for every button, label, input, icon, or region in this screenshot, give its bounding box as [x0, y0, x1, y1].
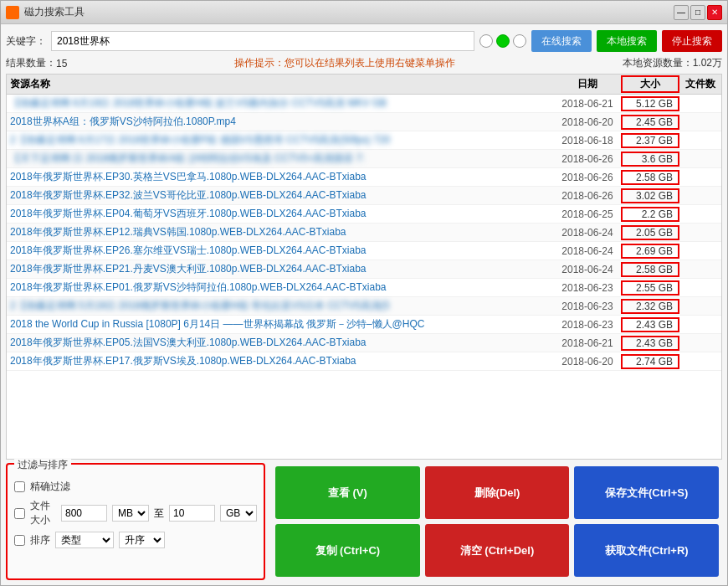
sort-label: 排序: [30, 533, 50, 547]
row-name: 2018年俄罗斯世界杯.EP04.葡萄牙VS西班牙.1080p.WEB-DLX2…: [7, 207, 554, 221]
control-panel: 查看 (V) 删除(Del) 保存文件(Ctrl+S) 复制 (Ctrl+C) …: [272, 463, 722, 580]
table-row[interactable]: 2018年俄罗斯世界杯.EP21.丹麦VS澳大利亚.1080p.WEB-DLX2…: [7, 260, 721, 279]
row-date: 2018-06-23: [554, 301, 621, 312]
row-size: 2.58 GB: [621, 170, 679, 185]
search-input[interactable]: [51, 31, 474, 51]
radio-group: [479, 34, 526, 48]
table-row[interactable]: 2018年俄罗斯世界杯.EP01.俄罗斯VS沙特阿拉伯.1080p.WEB-DL…: [7, 279, 721, 297]
file-size-to-label: 至: [154, 506, 164, 521]
row-size: 3.6 GB: [621, 152, 679, 167]
row-size: 5.12 GB: [621, 96, 679, 111]
row-date: 2018-06-21: [554, 337, 621, 349]
file-size-to-unit-select[interactable]: MB GB: [220, 505, 257, 522]
file-size-to-input[interactable]: [169, 505, 215, 522]
row-date: 2018-06-24: [554, 227, 621, 239]
row-date: 2018-06-23: [554, 282, 621, 294]
info-row: 结果数量： 15 操作提示：您可以在结果列表上使用右键菜单操作 本地资源数量： …: [6, 56, 722, 70]
maximize-button[interactable]: □: [690, 5, 705, 20]
row-size: 2.43 GB: [621, 317, 679, 332]
get-button[interactable]: 获取文件(Ctrl+R): [574, 524, 719, 577]
file-size-from-unit-select[interactable]: MB GB: [112, 505, 149, 522]
row-name: 2018年俄罗斯世界杯.EP05.法国VS澳大利亚.1080p.WEB-DLX2…: [7, 336, 554, 350]
local-search-button[interactable]: 本地搜索: [597, 30, 657, 52]
result-count: 15: [56, 58, 67, 69]
row-date: 2018-06-20: [554, 116, 621, 128]
sort-row: 排序 类型 大小 日期 升序 降序: [14, 530, 257, 550]
close-button[interactable]: ✕: [707, 5, 722, 20]
results-table: 资源名称 日期 大小 文件数 【劲爆足球网 6月19日 2018世界杯小组赛H组…: [6, 74, 722, 460]
row-date: 2018-06-21: [554, 98, 621, 110]
filter-title: 过滤与排序: [14, 458, 71, 472]
row-date: 2018-06-26: [554, 153, 621, 165]
table-row[interactable]: 2018年俄罗斯世界杯.EP30.英格兰VS巴拿马.1080p.WEB-DLX2…: [7, 168, 721, 187]
table-row[interactable]: 【天下足球网 日 2018俄罗斯世界杯A组 沙特阿拉伯VS埃及 CCTV5+高清…: [7, 150, 721, 168]
table-row[interactable]: 2018年俄罗斯世界杯.EP04.葡萄牙VS西班牙.1080p.WEB-DLX2…: [7, 205, 721, 224]
main-window: 磁力搜索工具 — □ ✕ 关键字： 在线搜索 本地搜索 停止搜索 结果数量： 1…: [0, 0, 728, 586]
row-size: 2.69 GB: [621, 244, 679, 259]
row-name: 2018年俄罗斯世界杯.EP17.俄罗斯VS埃及.1080p.WEB-DLX26…: [7, 354, 554, 368]
file-size-checkbox[interactable]: [14, 508, 25, 519]
table-row[interactable]: 2【劲爆足球网 6月17日 2018世界杯小组赛F组 德国VS墨西哥 CCTV5…: [7, 131, 721, 150]
row-size: 2.37 GB: [621, 133, 679, 148]
row-name: 2【劲爆足球网 6月17日 2018世界杯小组赛F组 德国VS墨西哥 CCTV5…: [7, 133, 554, 147]
row-name: 【劲爆足球网 6月19日 2018世界杯小组赛H组 波兰VS塞内加尔 CCTV5…: [7, 96, 554, 111]
row-name: 2018年俄罗斯世界杯.EP01.俄罗斯VS沙特阿拉伯.1080p.WEB-DL…: [7, 280, 554, 295]
table-row[interactable]: 2018 the World Cup in Russia [1080P] 6月1…: [7, 316, 721, 334]
sort-order-select[interactable]: 升序 降序: [119, 532, 165, 548]
table-row[interactable]: 2018世界杯A组：俄罗斯VS沙特阿拉伯.1080P.mp42018-06-20…: [7, 113, 721, 131]
row-size: 2.55 GB: [621, 280, 679, 296]
table-row[interactable]: 2018年俄罗斯世界杯.EP05.法国VS澳大利亚.1080p.WEB-DLX2…: [7, 334, 721, 352]
row-date: 2018-06-24: [554, 264, 621, 275]
row-name: 2018年俄罗斯世界杯.EP26.塞尔维亚VS瑞士.1080p.WEB-DLX2…: [7, 244, 554, 258]
row-date: 2018-06-26: [554, 172, 621, 183]
header-name: 资源名称: [7, 77, 554, 91]
row-name: 2018年俄罗斯世界杯.EP21.丹麦VS澳大利亚.1080p.WEB-DLX2…: [7, 262, 554, 276]
file-size-label: 文件大小: [30, 499, 56, 527]
title-bar: 磁力搜索工具 — □ ✕: [1, 1, 727, 24]
table-row[interactable]: 2018年俄罗斯世界杯.EP26.塞尔维亚VS瑞士.1080p.WEB-DLX2…: [7, 242, 721, 260]
row-date: 2018-06-26: [554, 190, 621, 202]
table-row[interactable]: 2018年俄罗斯世界杯.EP32.波兰VS哥伦比亚.1080p.WEB-DLX2…: [7, 187, 721, 205]
precise-filter-label: 精确过滤: [30, 480, 70, 494]
search-label: 关键字：: [6, 34, 46, 49]
local-label: 本地资源数量：: [623, 56, 693, 70]
table-row[interactable]: 2018年俄罗斯世界杯.EP17.俄罗斯VS埃及.1080p.WEB-DLX26…: [7, 352, 721, 371]
row-name: 2018年俄罗斯世界杯.EP30.英格兰VS巴拿马.1080p.WEB-DLX2…: [7, 170, 554, 184]
save-button[interactable]: 保存文件(Ctrl+S): [574, 466, 719, 519]
clear-button[interactable]: 清空 (Ctrl+Del): [425, 524, 570, 577]
row-size: 2.2 GB: [621, 207, 679, 222]
row-name: 2018年俄罗斯世界杯.EP12.瑞典VS韩国.1080p.WEB-DLX264…: [7, 225, 554, 239]
main-content: 关键字： 在线搜索 本地搜索 停止搜索 结果数量： 15 操作提示：您可以在结果…: [1, 24, 727, 585]
table-row[interactable]: 2【劲爆足球网 5月19日 2018俄罗斯世界杯小组赛H组 哥伦比亚VS日本 C…: [7, 297, 721, 316]
tip-text: 操作提示：您可以在结果列表上使用右键菜单操作: [67, 56, 622, 70]
table-row[interactable]: 【劲爆足球网 6月19日 2018世界杯小组赛H组 波兰VS塞内加尔 CCTV5…: [7, 95, 721, 113]
table-body: 【劲爆足球网 6月19日 2018世界杯小组赛H组 波兰VS塞内加尔 CCTV5…: [7, 95, 721, 459]
file-size-from-input[interactable]: [61, 505, 107, 522]
delete-button[interactable]: 删除(Del): [425, 466, 570, 519]
bottom-section: 过滤与排序 精确过滤 文件大小 MB GB 至 MB: [6, 463, 722, 580]
copy-button[interactable]: 复制 (Ctrl+C): [275, 524, 420, 577]
row-name: 2018 the World Cup in Russia [1080P] 6月1…: [7, 317, 554, 332]
sort-checkbox[interactable]: [14, 535, 25, 546]
row-size: 2.05 GB: [621, 225, 679, 240]
search-row: 关键字： 在线搜索 本地搜索 停止搜索: [6, 29, 722, 53]
table-row[interactable]: 2018年俄罗斯世界杯.EP12.瑞典VS韩国.1080p.WEB-DLX264…: [7, 224, 721, 242]
window-title: 磁力搜索工具: [24, 5, 674, 19]
header-files: 文件数: [679, 77, 721, 91]
row-date: 2018-06-25: [554, 208, 621, 220]
row-date: 2018-06-18: [554, 135, 621, 146]
radio-btn-2[interactable]: [496, 34, 510, 48]
precise-filter-row: 精确过滤: [14, 476, 257, 496]
precise-filter-checkbox[interactable]: [14, 481, 25, 492]
radio-btn-1[interactable]: [479, 34, 493, 48]
row-name: 【天下足球网 日 2018俄罗斯世界杯A组 沙特阿拉伯VS埃及 CCTV5+高清…: [7, 152, 554, 166]
minimize-button[interactable]: —: [674, 5, 689, 20]
header-date: 日期: [554, 77, 621, 91]
radio-btn-3[interactable]: [513, 34, 526, 48]
online-search-button[interactable]: 在线搜索: [531, 30, 592, 52]
row-date: 2018-06-24: [554, 245, 621, 257]
table-header: 资源名称 日期 大小 文件数: [7, 75, 721, 95]
sort-type-select[interactable]: 类型 大小 日期: [55, 532, 114, 548]
stop-search-button[interactable]: 停止搜索: [662, 30, 722, 52]
view-button[interactable]: 查看 (V): [275, 466, 420, 519]
